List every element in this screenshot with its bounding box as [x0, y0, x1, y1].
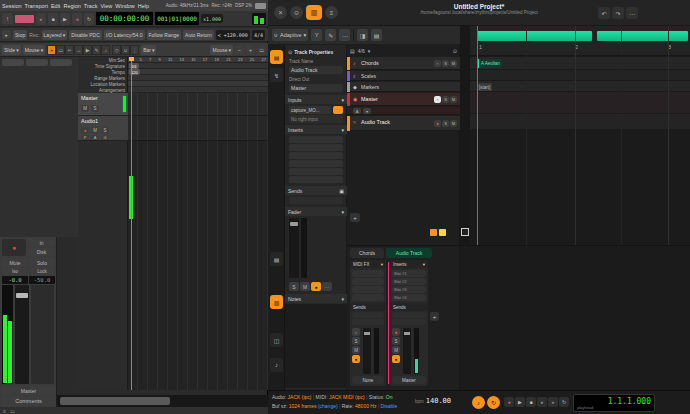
solo-button[interactable]: S: [442, 60, 449, 67]
inputs-section-header[interactable]: Inputs▾: [285, 95, 347, 104]
notes-section-header[interactable]: Notes▾: [285, 294, 347, 303]
insert-slot[interactable]: [289, 160, 343, 167]
range-tool-icon[interactable]: ◨: [357, 29, 368, 41]
midi-fx-slot[interactable]: [352, 278, 384, 285]
channel-fader[interactable]: [363, 328, 371, 374]
menu-transport[interactable]: Transport: [25, 3, 48, 9]
io-latency-button[interactable]: I/O Latency/54.0: [104, 30, 145, 40]
inspector-fader[interactable]: [289, 218, 299, 278]
grid-dropdown[interactable]: Bar▾: [141, 45, 156, 55]
send-slot[interactable]: [289, 197, 343, 204]
track-inspector-tab[interactable]: ▤: [270, 50, 283, 64]
hamburger-menu-button[interactable]: ≡: [325, 6, 338, 19]
go-to-start-button[interactable]: «: [36, 13, 46, 25]
redo-icon[interactable]: ↷: [612, 7, 624, 19]
gain-display[interactable]: -0.0: [2, 276, 28, 284]
zoom-fit-button[interactable]: ▭: [257, 45, 266, 55]
grid-tool-icon[interactable]: ▤: [371, 29, 382, 41]
track-name[interactable]: Audio1: [81, 118, 98, 124]
solo-button[interactable]: S: [392, 337, 400, 345]
window-icon[interactable]: ▭: [10, 408, 15, 414]
menu-edit[interactable]: Edit: [51, 3, 60, 9]
fader-handle[interactable]: [16, 293, 28, 298]
mute-button[interactable]: M: [450, 60, 457, 67]
timeline-ruler[interactable]: 1 2 3: [470, 26, 690, 56]
midi-fx-header[interactable]: MIDI FX▾: [350, 260, 386, 268]
insert-slot[interactable]: [289, 152, 343, 159]
playhead-line[interactable]: [477, 26, 478, 245]
playhead-clock[interactable]: 1.1.1.000 playhead: [573, 394, 655, 412]
bpm-block[interactable]: bpm 140.00: [415, 397, 451, 405]
master-lane[interactable]: [470, 92, 690, 114]
scales-lane[interactable]: [470, 70, 690, 81]
chord-pad-tab[interactable]: ♪: [270, 358, 283, 372]
loop-button[interactable]: ↻: [559, 397, 569, 407]
mute-button[interactable]: M: [450, 96, 457, 103]
window-menu-button[interactable]: ⊙: [290, 6, 303, 19]
stop-button[interactable]: ■: [526, 397, 536, 407]
master-lane[interactable]: [128, 93, 268, 116]
snap-off-icon[interactable]: ◇: [112, 45, 121, 55]
bpm-value[interactable]: 140.00: [426, 397, 451, 405]
menu-view[interactable]: View: [100, 3, 112, 9]
pencil-icon[interactable]: ✎: [325, 29, 336, 41]
solo-button[interactable]: S: [442, 120, 449, 127]
add-channel-button[interactable]: +: [430, 312, 439, 321]
inserts-section-header[interactable]: Inserts▾: [285, 125, 347, 134]
track-name-value[interactable]: Audio Track: [289, 66, 343, 74]
backward-button[interactable]: «: [537, 397, 547, 407]
playhead-head[interactable]: [129, 57, 134, 61]
snap-mode-dropdown[interactable]: ∪ Adaptive ▾: [272, 29, 308, 41]
insert-slot[interactable]: Slot #2: [392, 278, 426, 285]
play-button[interactable]: ▶: [60, 13, 70, 25]
mute-button[interactable]: M: [352, 346, 360, 354]
ardour-h-scrollbar[interactable]: [57, 395, 268, 407]
stretch-mode-icon[interactable]: ↔: [74, 45, 83, 55]
mixer-tab[interactable]: ▥: [270, 295, 283, 309]
sends-header[interactable]: Sends: [350, 303, 386, 311]
mute-button[interactable]: M: [450, 120, 457, 127]
disable-engine-link[interactable]: Disable: [381, 403, 398, 409]
insert-slot[interactable]: Slot #4: [392, 294, 426, 301]
solo-button[interactable]: S: [352, 337, 360, 345]
send-slot[interactable]: [352, 312, 384, 318]
editor-tab[interactable]: ▤: [270, 252, 283, 266]
sends-header[interactable]: Sends: [390, 303, 428, 311]
solo-iso-button[interactable]: Iso: [2, 268, 28, 275]
midi-fx-slot[interactable]: [352, 270, 384, 277]
record-arm-button[interactable]: ○: [434, 60, 441, 67]
filter-icon[interactable]: Y: [311, 29, 322, 41]
midi-fx-slot[interactable]: [352, 294, 384, 301]
chords-lane[interactable]: [470, 57, 690, 70]
edit-internal-mode-icon[interactable]: ♪: [101, 45, 110, 55]
inspector-solo-button[interactable]: S: [289, 282, 299, 291]
insert-slot[interactable]: Slot #1: [392, 270, 426, 277]
play-button[interactable]: ▶: [515, 397, 525, 407]
record-mode-dropdown[interactable]: Layered▾: [42, 30, 68, 40]
return-to-cue-button[interactable]: ↻: [487, 396, 500, 409]
fader-handle[interactable]: [404, 332, 410, 335]
channel-fader[interactable]: [403, 328, 411, 374]
plugin-inspector-tab[interactable]: ↯: [270, 68, 283, 82]
playlist-button[interactable]: P: [81, 135, 89, 140]
disable-pdc-button[interactable]: Disable PDC: [69, 30, 102, 40]
send-slot[interactable]: [392, 319, 426, 325]
strip-record-arm-button[interactable]: ●: [2, 239, 26, 256]
direct-out-value[interactable]: Master: [289, 84, 343, 92]
editor-list-toggle[interactable]: [26, 59, 48, 66]
track-row-scales[interactable]: ♯ Scales: [347, 71, 460, 81]
output-routing-button[interactable]: Master: [1, 386, 56, 395]
snap-grid-icon[interactable]: ∪: [121, 45, 130, 55]
master-automation-lane[interactable]: A ▾: [347, 107, 460, 115]
strip-solo-button[interactable]: Solo: [29, 258, 55, 267]
stop-mode-chip[interactable]: Stop: [13, 30, 27, 40]
color-swatch-orange[interactable]: [430, 229, 437, 236]
track-row-master[interactable]: ◉ Master ○ S M: [347, 93, 460, 106]
automation-add-icon[interactable]: ▾: [363, 108, 371, 114]
edit-point-dropdown[interactable]: Mouse▾: [23, 45, 46, 55]
draw-mode-icon[interactable]: ✎: [92, 45, 101, 55]
loop-range-bar[interactable]: [597, 31, 688, 41]
midi-panic-button[interactable]: !: [2, 13, 13, 24]
monitor-disk-button[interactable]: Disk: [28, 248, 55, 256]
automation-button[interactable]: A: [91, 135, 99, 140]
